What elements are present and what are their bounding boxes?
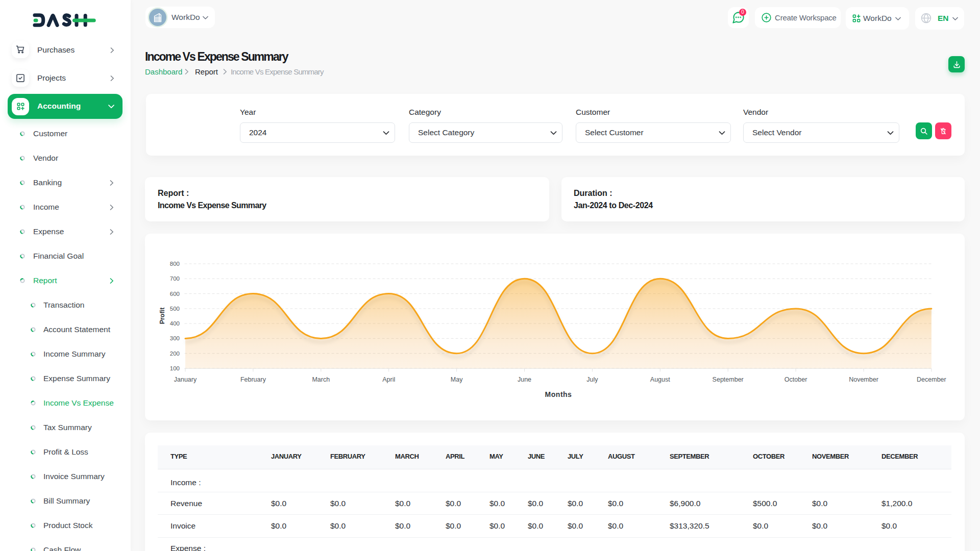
svg-text:400: 400	[170, 320, 180, 327]
svg-text:July: July	[586, 376, 598, 383]
svg-text:November: November	[849, 376, 878, 383]
svg-text:700: 700	[170, 276, 180, 282]
svg-text:January: January	[174, 376, 197, 383]
svg-text:Months: Months	[545, 390, 572, 398]
svg-text:February: February	[240, 376, 266, 383]
svg-text:March: March	[312, 376, 330, 383]
svg-text:December: December	[917, 376, 946, 383]
svg-text:June: June	[518, 376, 531, 383]
svg-text:200: 200	[170, 350, 180, 357]
svg-text:October: October	[785, 376, 807, 383]
svg-text:May: May	[451, 376, 463, 383]
svg-text:100: 100	[170, 365, 180, 371]
svg-text:600: 600	[170, 291, 180, 297]
svg-text:300: 300	[170, 335, 180, 341]
svg-text:April: April	[382, 376, 395, 383]
svg-text:500: 500	[170, 306, 180, 312]
svg-text:August: August	[650, 376, 670, 383]
svg-text:September: September	[713, 376, 744, 383]
svg-text:800: 800	[170, 261, 180, 267]
svg-text:Profit: Profit	[159, 307, 166, 324]
